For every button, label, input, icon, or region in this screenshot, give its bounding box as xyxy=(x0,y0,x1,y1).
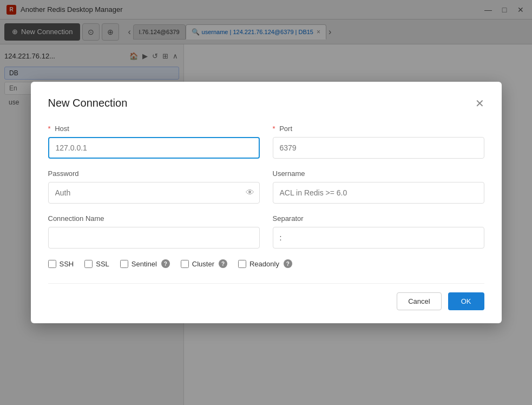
ssh-label: SSH xyxy=(60,260,74,268)
password-input-wrapper: 👁 xyxy=(48,182,260,204)
ssl-checkbox-item[interactable]: SSL xyxy=(84,260,109,268)
ok-button[interactable]: OK xyxy=(448,292,484,310)
sentinel-checkbox-item[interactable]: Sentinel ? xyxy=(120,259,170,268)
separator-input[interactable] xyxy=(273,227,484,249)
dialog-title: New Connection xyxy=(48,97,128,109)
cluster-checkbox-item[interactable]: Cluster ? xyxy=(181,259,227,268)
new-connection-dialog: New Connection ✕ * Host * Port xyxy=(31,82,502,323)
sentinel-checkbox[interactable] xyxy=(120,260,128,268)
cluster-help-icon[interactable]: ? xyxy=(219,259,227,268)
port-group: * Port xyxy=(273,125,484,159)
readonly-label: Readonly xyxy=(249,260,279,268)
cluster-label: Cluster xyxy=(192,260,214,268)
password-label: Password xyxy=(48,169,260,178)
username-input[interactable] xyxy=(273,182,484,204)
port-required-star: * xyxy=(273,125,275,133)
port-input[interactable] xyxy=(273,137,484,159)
dialog-overlay: New Connection ✕ * Host * Port xyxy=(0,0,532,405)
host-port-row: * Host * Port xyxy=(48,125,484,159)
connection-name-input[interactable] xyxy=(48,227,260,249)
password-input[interactable] xyxy=(48,182,260,204)
ssh-checkbox-item[interactable]: SSH xyxy=(48,260,74,268)
ssh-checkbox[interactable] xyxy=(48,260,56,268)
sentinel-help-icon[interactable]: ? xyxy=(161,259,170,268)
readonly-checkbox[interactable] xyxy=(238,260,246,268)
dialog-close-button[interactable]: ✕ xyxy=(475,98,484,109)
host-label: * Host xyxy=(48,125,260,133)
cluster-checkbox[interactable] xyxy=(181,260,189,268)
port-label: * Port xyxy=(273,125,484,133)
cancel-button[interactable]: Cancel xyxy=(397,292,441,310)
connname-separator-row: Connection Name Separator xyxy=(48,214,484,249)
host-required-star: * xyxy=(48,125,51,133)
username-label: Username xyxy=(273,169,484,178)
toggle-password-icon[interactable]: 👁 xyxy=(246,188,254,198)
checkboxes-row: SSH SSL Sentinel ? Cluster ? Readonly ? xyxy=(48,259,484,268)
password-username-row: Password 👁 Username xyxy=(48,169,484,204)
password-group: Password 👁 xyxy=(48,169,260,204)
username-group: Username xyxy=(273,169,484,204)
connection-name-group: Connection Name xyxy=(48,214,260,249)
host-group: * Host xyxy=(48,125,260,159)
sentinel-label: Sentinel xyxy=(132,260,157,268)
readonly-help-icon[interactable]: ? xyxy=(284,259,292,268)
connection-name-label: Connection Name xyxy=(48,214,260,223)
ssl-checkbox[interactable] xyxy=(84,260,93,268)
separator-label: Separator xyxy=(273,214,484,223)
dialog-footer: Cancel OK xyxy=(48,283,484,310)
separator-group: Separator xyxy=(273,214,484,249)
ssl-label: SSL xyxy=(96,260,109,268)
dialog-header: New Connection ✕ xyxy=(48,97,484,109)
readonly-checkbox-item[interactable]: Readonly ? xyxy=(238,259,292,268)
host-input[interactable] xyxy=(48,137,260,159)
